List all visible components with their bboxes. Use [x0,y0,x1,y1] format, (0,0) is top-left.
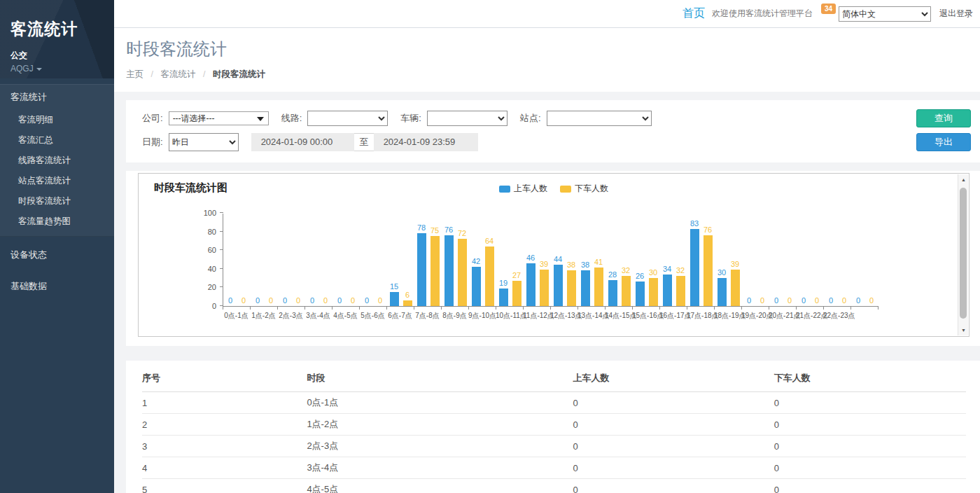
bar[interactable] [690,229,699,306]
alighting-legend-label: 下车人数 [575,183,608,195]
date-preset-select[interactable]: 昨日 [169,133,239,151]
data-table-panel: 序号 时段 上车人数 下车人数 10点-1点0021点-2点0032点-3点00… [126,361,980,493]
date-to-input[interactable]: 2024-01-09 23:59 [374,133,478,151]
bar-value-label: 34 [663,265,671,273]
bar-group: 7875 [414,214,442,306]
x-axis-label: 22点-23点 [823,311,850,321]
table-cell: 0 [774,392,966,414]
bar[interactable] [636,282,645,306]
breadcrumb-passenger-stats[interactable]: 客流统计 [160,69,195,79]
export-button[interactable]: 导出 [916,133,971,151]
bar[interactable] [458,239,467,306]
vehicle-select[interactable] [427,111,507,126]
language-select[interactable]: 简体中文 [839,6,931,22]
bar-wrap: 32 [622,214,631,306]
query-button[interactable]: 查询 [916,109,971,127]
bar[interactable] [512,281,522,306]
filter-buttons: 查询 导出 [916,109,971,151]
bar-value-label: 0 [829,296,833,305]
table-row: 21点-2点00 [142,414,966,436]
breadcrumb-home[interactable]: 主页 [126,69,144,79]
scrollbar-down-arrow-icon[interactable]: ▼ [958,325,969,335]
company-select[interactable]: ---请选择--- [169,111,269,125]
user-dropdown[interactable]: AQGJ [10,64,104,74]
x-axis-label: 1点-2点 [250,311,277,321]
bar[interactable] [676,276,685,306]
bar-group: 8376 [687,214,715,306]
bar-wrap: 30 [718,214,727,306]
bar-wrap: 0 [239,214,248,306]
bar[interactable] [472,267,481,306]
bar-value-label: 0 [788,296,792,305]
bar-value-label: 32 [622,266,630,275]
bar[interactable] [608,280,617,306]
scrollbar-up-arrow-icon[interactable]: ▲ [958,174,969,185]
bar[interactable] [731,270,740,306]
bar[interactable] [526,263,536,306]
x-axis-ticks [223,307,879,310]
bar-wrap: 42 [472,214,481,306]
x-axis-label [850,311,878,321]
bar[interactable] [499,289,508,306]
bar[interactable] [663,275,672,306]
bar[interactable] [540,270,549,306]
bar-value-label: 0 [365,296,369,305]
bar[interactable] [718,278,727,306]
bar-group: 3841 [578,214,606,306]
bar-value-label: 0 [378,296,382,305]
y-axis-tick [220,268,223,269]
breadcrumb: 主页 / 客流统计 / 时段客流统计 [126,69,980,81]
bar-value-label: 42 [472,257,480,265]
sidebar-item-passenger-stats[interactable]: 客流统计 [0,85,114,110]
bar[interactable] [417,233,426,306]
sidebar-item-trend-chart[interactable]: 客流量趋势图 [0,211,114,232]
bar[interactable] [594,268,603,306]
bar-value-label: 44 [554,255,562,263]
bar[interactable] [581,270,590,306]
bar[interactable] [403,300,412,306]
bar[interactable] [554,265,563,306]
bar-value-label: 0 [774,296,778,305]
scrollbar-thumb[interactable] [960,188,967,319]
station-select[interactable] [547,111,652,126]
bar-value-label: 19 [499,279,507,287]
breadcrumb-separator: / [150,69,153,79]
filter-row-2: 日期: 昨日 2024-01-09 00:00 至 2024-01-09 23:… [142,133,971,151]
chart-vertical-scrollbar[interactable]: ▲ ▼ [958,174,968,335]
bar-wrap: 0 [335,214,344,306]
bar-wrap: 38 [581,214,590,306]
submenu-passenger-stats: 客流明细 客流汇总 线路客流统计 站点客流统计 时段客流统计 客流量趋势图 [0,110,114,236]
bar-wrap: 15 [390,214,399,306]
legend-item-alighting[interactable]: 下车人数 [560,183,608,195]
notification-badge[interactable]: 34 [821,4,836,14]
bar[interactable] [444,235,454,306]
legend-item-boarding[interactable]: 上车人数 [499,183,547,195]
bar[interactable] [704,235,713,306]
bar[interactable] [622,276,631,306]
logout-link[interactable]: 退出登录 [939,8,973,20]
sidebar-item-period-stats[interactable]: 时段客流统计 [0,191,114,211]
sidebar-item-station-stats[interactable]: 站点客流统计 [0,171,114,191]
sidebar-item-passenger-summary[interactable]: 客流汇总 [0,130,114,151]
sidebar-item-base-data[interactable]: 基础数据 [0,273,114,300]
sidebar-item-line-stats[interactable]: 线路客流统计 [0,151,114,171]
y-axis-tick [220,286,223,287]
sidebar-item-device-status[interactable]: 设备状态 [0,242,114,268]
bar-wrap: 0 [321,214,330,306]
bar-value-label: 0 [283,296,287,305]
bar[interactable] [485,246,494,306]
bar[interactable] [390,292,399,306]
bar-group: 00 [223,214,251,306]
bar-value-label: 78 [417,223,426,232]
bar-wrap: 0 [827,214,836,306]
line-select[interactable] [307,111,388,126]
bar[interactable] [567,270,576,306]
table-cell: 1点-2点 [307,414,573,436]
date-from-input[interactable]: 2024-01-09 00:00 [251,133,354,151]
home-link[interactable]: 首页 [682,6,705,21]
bar-group: 00 [305,214,332,306]
bar[interactable] [649,278,658,306]
bar-value-label: 0 [815,296,819,305]
bar[interactable] [430,236,440,306]
sidebar-item-passenger-detail[interactable]: 客流明细 [0,110,114,130]
